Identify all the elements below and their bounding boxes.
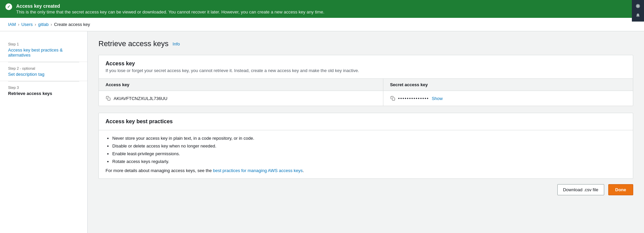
list-item: Never store your access key in plain tex… [112, 136, 626, 141]
list-item: Enable least-privilege permissions. [112, 151, 626, 156]
best-practices-content: Never store your access key in plain tex… [99, 130, 633, 178]
breadcrumb-iam[interactable]: IAM [8, 22, 16, 27]
best-practices-footer: For more details about managing access k… [106, 168, 626, 173]
done-button[interactable]: Done [608, 184, 634, 195]
settings-icon[interactable] [633, 1, 643, 11]
breadcrumb-current: Create access key [54, 22, 90, 27]
svg-rect-2 [392, 98, 395, 100]
success-banner: Access key created This is the only time… [0, 0, 644, 18]
list-item: Rotate access keys regularly. [112, 159, 626, 164]
step-3-item: Step 3 Retrieve access keys [0, 81, 87, 100]
copy-access-key-icon[interactable] [106, 96, 111, 101]
secret-key-cell: •••••••••••••• Show [383, 91, 633, 106]
access-key-value: AKIAVFTCNZXULJL736UU [114, 96, 167, 101]
best-practices-title: Access key best practices [99, 113, 633, 130]
col-header-secret-key: Secret access key [383, 79, 633, 91]
notifications-icon[interactable] [633, 11, 643, 20]
best-practices-link[interactable]: best practices for managing AWS access k… [213, 168, 303, 173]
step-1-item: Step 1 Access key best practices & alter… [0, 38, 87, 62]
step-1-title[interactable]: Access key best practices & alternatives [8, 47, 63, 58]
access-key-card: Access key If you lose or forget your se… [98, 55, 633, 106]
col-header-access-key: Access key [99, 79, 383, 91]
step-3-label: Step 3 [8, 86, 79, 90]
access-key-card-title: Access key [106, 61, 626, 67]
secret-key-masked: •••••••••••••• [398, 96, 429, 101]
list-item: Disable or delete access key when no lon… [112, 143, 626, 148]
step-2-title[interactable]: Set description tag [8, 72, 45, 77]
best-practices-list: Never store your access key in plain tex… [106, 136, 626, 164]
access-key-card-desc: If you lose or forget your secret access… [106, 68, 626, 73]
access-key-table: Access key Secret access key [99, 79, 633, 106]
breadcrumb-gitlab[interactable]: gitlab [38, 22, 49, 27]
access-key-card-header: Access key If you lose or forget your se… [99, 55, 633, 79]
info-link[interactable]: Info [173, 41, 180, 46]
footer-text: For more details about managing access k… [106, 168, 212, 173]
show-secret-key-link[interactable]: Show [432, 96, 443, 101]
success-icon [5, 3, 12, 10]
breadcrumb-sep-2: › [35, 22, 36, 27]
copy-secret-key-icon[interactable] [390, 96, 396, 101]
banner-description: This is the only time that the secret ac… [16, 9, 324, 14]
download-csv-button[interactable]: Download .csv file [557, 184, 604, 195]
breadcrumb-users[interactable]: Users [21, 22, 33, 27]
sidebar: Step 1 Access key best practices & alter… [0, 31, 88, 233]
best-practices-card: Access key best practices Never store yo… [98, 113, 633, 179]
table-row: AKIAVFTCNZXULJL736UU [99, 91, 633, 106]
step-1-label: Step 1 [8, 42, 79, 46]
page-header: Retrieve access keys Info [98, 39, 633, 48]
svg-rect-1 [108, 98, 110, 100]
footer-actions: Download .csv file Done [98, 184, 633, 195]
footer-suffix: . [303, 168, 304, 173]
step-2-item: Step 2 - optional Set description tag [0, 62, 87, 81]
step-3-title: Retrieve access keys [8, 91, 52, 96]
banner-title: Access key created [16, 3, 324, 9]
breadcrumb-sep-1: › [18, 22, 19, 27]
breadcrumb-sep-3: › [51, 22, 52, 27]
page-title: Retrieve access keys [98, 39, 169, 48]
breadcrumb: IAM › Users › gitlab › Create access key [0, 18, 644, 31]
main-layout: Step 1 Access key best practices & alter… [0, 31, 644, 233]
top-icons-panel [632, 0, 644, 22]
content-area: Retrieve access keys Info Access key If … [88, 31, 644, 233]
access-key-cell: AKIAVFTCNZXULJL736UU [99, 91, 383, 106]
step-2-label: Step 2 - optional [8, 66, 79, 70]
